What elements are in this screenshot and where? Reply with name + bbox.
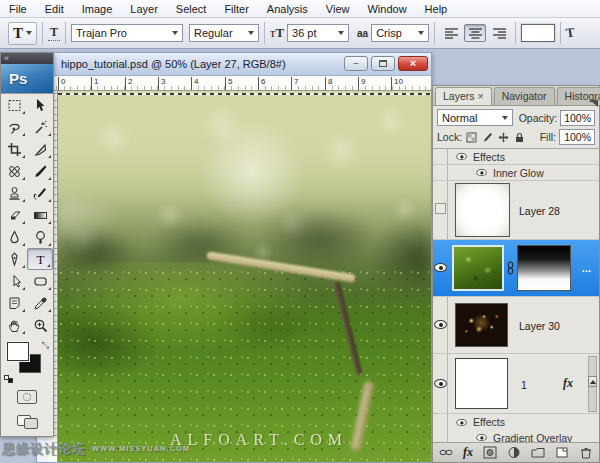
- clone-stamp-tool[interactable]: [1, 182, 27, 204]
- layer-row-28[interactable]: Layer 28: [433, 181, 599, 240]
- healing-brush-tool[interactable]: [1, 160, 27, 182]
- path-selection-tool[interactable]: [1, 270, 27, 292]
- maximize-button[interactable]: [371, 56, 395, 71]
- notes-tool[interactable]: [1, 292, 27, 314]
- default-colors-icon[interactable]: [4, 375, 13, 383]
- dodge-tool[interactable]: [27, 226, 53, 248]
- visibility-eye-icon[interactable]: [476, 434, 486, 441]
- layer-thumbnail[interactable]: [452, 245, 504, 291]
- history-brush-tool[interactable]: [27, 182, 53, 204]
- document-title-bar[interactable]: hippo_tutorial.psd @ 50% (Layer 27, RGB/…: [37, 53, 431, 76]
- tab-navigator[interactable]: Navigator: [494, 87, 555, 105]
- opacity-input[interactable]: 100%: [560, 110, 595, 126]
- add-layer-mask-icon[interactable]: [483, 446, 497, 459]
- screen-mode-button[interactable]: [1, 408, 53, 432]
- layer-name[interactable]: Layer 30: [519, 320, 560, 332]
- blend-mode-select[interactable]: Normal: [437, 109, 513, 126]
- hand-tool[interactable]: [1, 314, 27, 336]
- slice-tool[interactable]: [27, 138, 53, 160]
- menu-filter[interactable]: Filter: [215, 3, 257, 15]
- menu-select[interactable]: Select: [167, 3, 216, 15]
- lock-transparency-icon[interactable]: [466, 132, 477, 143]
- lasso-tool[interactable]: [1, 116, 27, 138]
- font-style-select[interactable]: Regular: [189, 24, 259, 42]
- close-button[interactable]: ×: [398, 56, 428, 71]
- visibility-eye-icon[interactable]: [456, 418, 466, 425]
- menu-view[interactable]: View: [317, 3, 359, 15]
- visibility-eye-icon[interactable]: [434, 263, 447, 272]
- menu-layer[interactable]: Layer: [121, 3, 167, 15]
- layer-style-fx-badge[interactable]: fx: [563, 376, 573, 391]
- text-orientation-toggle[interactable]: T: [48, 25, 60, 41]
- layer-row-30[interactable]: Layer 30: [433, 297, 599, 354]
- link-layers-icon[interactable]: [439, 446, 453, 459]
- lock-position-icon[interactable]: [498, 132, 509, 143]
- magic-wand-tool[interactable]: [27, 116, 53, 138]
- layer-row-1[interactable]: 1 fx: [433, 354, 599, 414]
- type-tool[interactable]: T: [27, 248, 53, 270]
- effects-row[interactable]: Effects: [433, 414, 599, 430]
- crop-tool[interactable]: [1, 138, 27, 160]
- close-tab-icon[interactable]: ×: [478, 90, 484, 102]
- move-tool[interactable]: [27, 94, 53, 116]
- fill-input[interactable]: 100%: [559, 129, 595, 145]
- gradient-tool[interactable]: [27, 204, 53, 226]
- delete-layer-icon[interactable]: [579, 446, 593, 459]
- layer-row-selected[interactable]: ...: [433, 240, 599, 297]
- tab-layers[interactable]: Layers×: [435, 87, 492, 105]
- align-left-button[interactable]: [440, 24, 462, 42]
- visibility-toggle-empty[interactable]: [435, 203, 446, 214]
- minimize-button[interactable]: –: [344, 56, 368, 71]
- layer-name[interactable]: 1: [521, 379, 527, 391]
- eyedropper-tool[interactable]: [27, 292, 53, 314]
- menu-file[interactable]: File: [0, 3, 36, 15]
- new-layer-icon[interactable]: [555, 446, 569, 459]
- menu-edit[interactable]: Edit: [36, 3, 73, 15]
- anti-alias-select[interactable]: Crisp: [371, 24, 429, 42]
- eraser-tool[interactable]: [1, 204, 27, 226]
- panel-grip-icon[interactable]: [590, 100, 598, 107]
- gradient-overlay-row[interactable]: Gradient Overlay: [433, 430, 599, 442]
- visibility-eye-icon[interactable]: [476, 169, 486, 176]
- shape-tool[interactable]: [27, 270, 53, 292]
- layer-mask-thumbnail[interactable]: [517, 245, 571, 291]
- font-family-select[interactable]: Trajan Pro: [71, 24, 183, 42]
- lock-pixels-icon[interactable]: [482, 132, 493, 143]
- rectangular-marquee-tool[interactable]: [1, 94, 27, 116]
- layer-thumbnail[interactable]: [455, 303, 508, 347]
- layer-thumbnail[interactable]: [455, 183, 510, 237]
- new-adjustment-layer-icon[interactable]: [507, 446, 521, 459]
- visibility-eye-icon[interactable]: [434, 379, 447, 388]
- canvas[interactable]: [58, 91, 431, 462]
- new-group-icon[interactable]: [531, 446, 545, 459]
- warp-text-button[interactable]: T: [565, 24, 576, 41]
- pen-tool[interactable]: [1, 248, 27, 270]
- effects-row[interactable]: Effects: [433, 149, 599, 165]
- visibility-eye-icon[interactable]: [434, 320, 447, 329]
- tool-preset-picker[interactable]: T: [8, 22, 37, 45]
- layer-name[interactable]: Layer 28: [519, 205, 560, 217]
- align-center-button[interactable]: [464, 24, 486, 42]
- inner-glow-row[interactable]: Inner Glow: [433, 165, 599, 181]
- layer-thumbnail[interactable]: [455, 358, 508, 409]
- link-mask-icon[interactable]: [507, 261, 514, 275]
- font-size-select[interactable]: 36 pt: [287, 24, 349, 42]
- toolbox-header[interactable]: «: [1, 53, 53, 64]
- horizontal-ruler[interactable]: 0 1 2 3 4 5 6 7 8 9 10: [48, 76, 431, 91]
- swap-colors-icon[interactable]: ⤡: [42, 340, 49, 351]
- text-color-swatch[interactable]: [521, 24, 555, 42]
- visibility-eye-icon[interactable]: [456, 153, 466, 160]
- quick-mask-mode-button[interactable]: [1, 386, 53, 408]
- blur-tool[interactable]: [1, 226, 27, 248]
- menu-help[interactable]: Help: [416, 3, 457, 15]
- lock-all-icon[interactable]: [514, 132, 525, 143]
- foreground-color-swatch[interactable]: [7, 342, 29, 361]
- align-right-button[interactable]: [488, 24, 510, 42]
- menu-image[interactable]: Image: [73, 3, 122, 15]
- menu-window[interactable]: Window: [358, 3, 415, 15]
- scroll-up-button[interactable]: [588, 376, 597, 387]
- zoom-tool[interactable]: [27, 314, 53, 336]
- brush-tool[interactable]: [27, 160, 53, 182]
- menu-analysis[interactable]: Analysis: [258, 3, 317, 15]
- add-layer-style-icon[interactable]: fx: [463, 445, 473, 460]
